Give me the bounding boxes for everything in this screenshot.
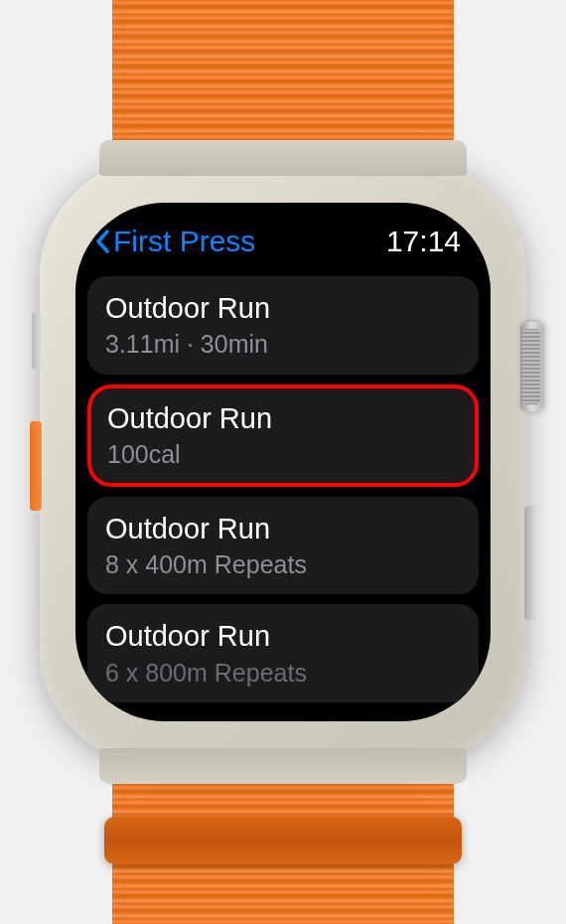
workout-item-1[interactable]: Outdoor Run 100cal — [87, 385, 479, 487]
digital-crown-ridges — [522, 329, 540, 404]
workout-subtitle: 6 x 800m Repeats — [105, 657, 461, 690]
watch-body: First Press 17:14 Outdoor Run 3.11mi · 3… — [40, 158, 526, 766]
workout-subtitle: 8 x 400m Repeats — [105, 548, 461, 581]
status-bar: First Press 17:14 — [75, 203, 491, 268]
workout-subtitle: 100cal — [107, 438, 459, 471]
workout-subtitle: 3.11mi · 30min — [105, 328, 461, 361]
status-time: 17:14 — [386, 225, 461, 258]
watch-screen: First Press 17:14 Outdoor Run 3.11mi · 3… — [75, 203, 491, 721]
watch-lug-bottom — [99, 748, 467, 784]
workout-title: Outdoor Run — [105, 618, 461, 654]
left-speaker — [32, 312, 42, 370]
workout-list: Outdoor Run 3.11mi · 30min Outdoor Run 1… — [75, 268, 491, 702]
workout-title: Outdoor Run — [107, 400, 459, 436]
watch-band-loop — [104, 817, 462, 864]
workout-item-2[interactable]: Outdoor Run 8 x 400m Repeats — [87, 497, 479, 595]
action-button[interactable] — [30, 421, 42, 511]
workout-title: Outdoor Run — [105, 511, 461, 546]
workout-title: Outdoor Run — [105, 290, 461, 326]
chevron-back-icon — [95, 230, 109, 253]
back-button[interactable]: First Press — [95, 225, 255, 258]
workout-item-0[interactable]: Outdoor Run 3.11mi · 30min — [87, 276, 479, 375]
workout-item-3[interactable]: Outdoor Run 6 x 800m Repeats — [87, 604, 479, 702]
back-label: First Press — [113, 225, 255, 258]
watch-lug-top — [99, 140, 467, 176]
side-button[interactable] — [524, 506, 536, 620]
